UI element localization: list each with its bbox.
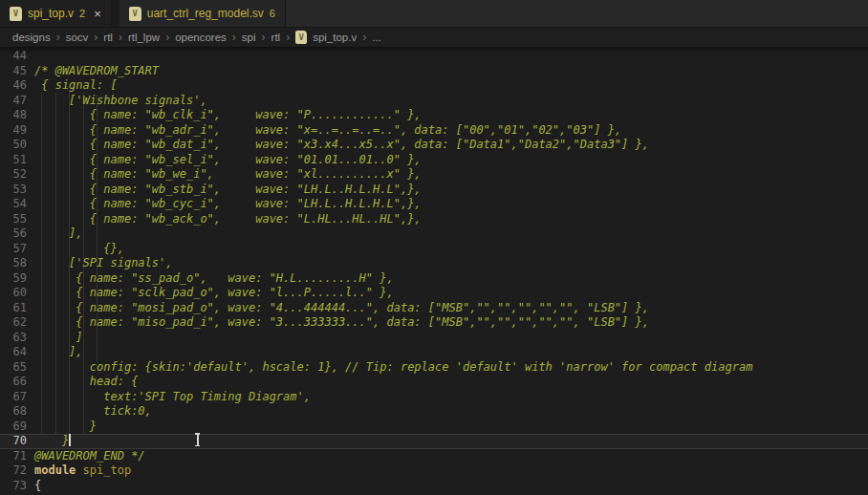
breadcrumb-item[interactable]: opencores — [174, 32, 228, 43]
line-number[interactable]: 67 — [0, 390, 27, 405]
verilog-file-icon: V — [129, 7, 141, 21]
code-text: head: { — [27, 375, 138, 390]
tab-uart-ctrl-reg-model[interactable]: V uart_ctrl_reg_model.sv 6 — [119, 0, 286, 27]
code-text: ['SPI signals', — [27, 256, 173, 271]
code-text: } — [27, 420, 97, 435]
code-line[interactable]: 72module spi_top — [0, 463, 868, 479]
breadcrumb-item[interactable]: rtl — [102, 32, 114, 43]
code-line[interactable]: 65 config: {skin:'default', hscale: 1}, … — [0, 360, 868, 376]
chevron-right-icon: › — [119, 31, 122, 44]
line-number[interactable]: 50 — [0, 138, 27, 153]
code-line[interactable]: 67 text:'SPI Top Timing Diagram', — [0, 390, 868, 405]
line-number[interactable]: 68 — [0, 404, 27, 420]
breadcrumb-item[interactable]: socv — [65, 32, 90, 43]
code-line[interactable]: 63 ] — [0, 331, 868, 346]
editor: 4445/* @WAVEDROM_START46 { signal: [47 [… — [0, 47, 868, 495]
code-line[interactable]: 48 { name: "wb_clk_i", wave: "P.........… — [0, 108, 868, 123]
code-line[interactable]: 56 ], — [0, 226, 868, 242]
line-number[interactable]: 53 — [0, 183, 27, 198]
tab-spi-top[interactable]: V spi_top.v 2 × — [0, 0, 112, 27]
code-text: config: {skin:'default', hscale: 1}, // … — [27, 360, 752, 376]
code-text: { name: "wb_dat_i", wave: "x3.x4...x5..x… — [27, 138, 649, 153]
line-number[interactable]: 54 — [0, 197, 27, 212]
code-line[interactable]: 58 ['SPI signals', — [0, 256, 868, 271]
breadcrumb-item[interactable]: spi — [241, 32, 257, 43]
code-text: text:'SPI Top Timing Diagram', — [27, 390, 311, 405]
code-line[interactable]: 49 { name: "wb_adr_i", wave: "x=..=..=..… — [0, 123, 868, 139]
line-number[interactable]: 45 — [0, 64, 27, 79]
line-number[interactable]: 44 — [0, 49, 27, 64]
line-number[interactable]: 71 — [0, 449, 27, 464]
code-line[interactable]: 66 head: { — [0, 375, 868, 390]
line-number[interactable]: 63 — [0, 331, 27, 346]
code-text: { name: "wb_stb_i", wave: "LH.L..H.L.H.L… — [27, 183, 422, 198]
code-line[interactable]: 47 ['Wishbone signals', — [0, 94, 868, 109]
code-line[interactable]: 73{ — [0, 479, 868, 494]
code-token: spi_top — [83, 463, 132, 477]
code-line[interactable]: 60 { name: "sclk_pad_o", wave: "l...P...… — [0, 286, 868, 301]
code-text: { name: "sclk_pad_o", wave: "l...P.....l… — [27, 286, 394, 301]
verilog-file-icon: V — [10, 7, 22, 21]
line-number[interactable]: 73 — [0, 479, 27, 494]
code-line[interactable]: 53 { name: "wb_stb_i", wave: "LH.L..H.L.… — [0, 183, 868, 198]
line-number[interactable]: 55 — [0, 212, 27, 227]
close-icon[interactable]: × — [94, 8, 101, 20]
line-number[interactable]: 49 — [0, 123, 27, 139]
code-text: ['Wishbone signals', — [27, 94, 207, 109]
code-line[interactable]: 61 { name: "mosi_pad_o", wave: "4...4444… — [0, 301, 868, 316]
code-line[interactable]: 51 { name: "wb_sel_i", wave: "01.01...01… — [0, 153, 868, 168]
chevron-right-icon: › — [165, 31, 169, 44]
line-number[interactable]: 64 — [0, 345, 27, 360]
code-line[interactable]: 52 { name: "wb_we_i", wave: "xl.........… — [0, 167, 868, 183]
line-number[interactable]: 57 — [0, 242, 27, 257]
line-number[interactable]: 59 — [0, 271, 27, 287]
line-number[interactable]: 61 — [0, 301, 27, 316]
code-text: tick:0, — [27, 404, 152, 420]
code-line[interactable]: 44 — [0, 49, 868, 64]
code-line[interactable]: 69 } — [0, 420, 868, 435]
line-number[interactable]: 58 — [0, 256, 27, 271]
code-line[interactable]: 68 tick:0, — [0, 404, 868, 420]
line-number[interactable]: 69 — [0, 420, 27, 435]
code-line[interactable]: 62 { name: "miso_pad_i", wave: "3...3333… — [0, 315, 868, 331]
code-text: { name: "miso_pad_i", wave: "3...333333.… — [27, 315, 649, 331]
code-text: } — [27, 434, 71, 449]
breadcrumb-item[interactable]: rtl — [271, 32, 282, 43]
line-number[interactable]: 48 — [0, 108, 27, 123]
line-number[interactable]: 72 — [0, 463, 27, 479]
line-number[interactable]: 52 — [0, 167, 27, 183]
breadcrumb-overflow[interactable]: ... — [371, 32, 382, 43]
code-line[interactable]: 71@WAVEDROM_END */ — [0, 449, 868, 464]
problems-badge: 6 — [270, 8, 275, 19]
problems-badge: 2 — [79, 8, 85, 19]
code-line[interactable]: 64 ], — [0, 345, 868, 360]
line-number[interactable]: 56 — [0, 226, 27, 242]
line-number[interactable]: 62 — [0, 315, 27, 331]
code-line[interactable]: 59 { name: "ss_pad_o", wave: "H.L.......… — [0, 271, 868, 287]
line-number[interactable]: 65 — [0, 360, 27, 376]
line-number[interactable]: 47 — [0, 94, 27, 109]
code-text: { name: "wb_sel_i", wave: "01.01...01..0… — [27, 153, 422, 168]
line-number[interactable]: 70 — [0, 434, 27, 449]
code-line[interactable]: 46 { signal: [ — [0, 78, 868, 94]
code-area[interactable]: 4445/* @WAVEDROM_START46 { signal: [47 [… — [0, 47, 868, 493]
code-line[interactable]: 57 {}, — [0, 242, 868, 257]
code-line[interactable]: 55 { name: "wb_ack_o", wave: "L.HL...HL.… — [0, 212, 868, 227]
line-number[interactable]: 60 — [0, 286, 27, 301]
code-line[interactable]: 54 { name: "wb_cyc_i", wave: "LH.L..H.L.… — [0, 197, 868, 212]
code-line[interactable]: 70 } — [0, 434, 868, 449]
breadcrumb-item[interactable]: designs — [11, 32, 52, 43]
line-number[interactable]: 51 — [0, 153, 27, 168]
code-line[interactable]: 45/* @WAVEDROM_START — [0, 64, 868, 79]
code-text: { name: "wb_cyc_i", wave: "LH.L..H.L.H.L… — [27, 197, 422, 212]
code-text: { — [27, 479, 41, 494]
line-number[interactable]: 46 — [0, 78, 27, 94]
code-line[interactable]: 50 { name: "wb_dat_i", wave: "x3.x4...x5… — [0, 138, 868, 153]
breadcrumb-item[interactable]: rtl_lpw — [127, 32, 161, 43]
breadcrumb-item-file[interactable]: spi_top.v — [312, 32, 358, 43]
code-text — [27, 49, 34, 64]
line-number[interactable]: 66 — [0, 375, 27, 390]
code-text: { name: "mosi_pad_o", wave: "4...444444.… — [27, 301, 649, 316]
code-text: /* @WAVEDROM_START — [27, 64, 159, 79]
code-token: { — [34, 479, 41, 492]
